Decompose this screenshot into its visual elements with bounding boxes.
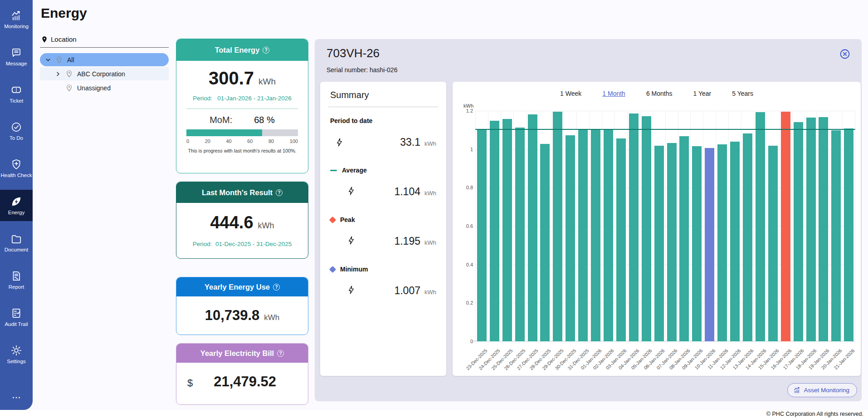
sidebar-item-label: Audit Trail bbox=[5, 321, 28, 327]
bar-24-Dec-2025[interactable] bbox=[490, 121, 499, 341]
tree-item-all[interactable]: All bbox=[40, 53, 169, 66]
help-icon[interactable]: ? bbox=[277, 350, 284, 357]
asset-monitoring-label: Asset Monitoring bbox=[804, 387, 849, 394]
last-month-period: Period: 01-Dec-2025 - 31-Dec-2025 bbox=[176, 241, 308, 247]
dash-marker-icon bbox=[330, 170, 337, 171]
mom-scale-tick: 40 bbox=[226, 138, 231, 144]
chevron-right-icon[interactable] bbox=[54, 70, 62, 78]
bar-09-Jan-2026[interactable] bbox=[692, 146, 702, 341]
sidebar-item-report[interactable]: Report bbox=[0, 264, 33, 296]
bar-slot bbox=[829, 111, 842, 341]
sidebar-item-label: To Do bbox=[10, 135, 23, 141]
summary-card: Summary Period to date 33.1 kWh Average1… bbox=[320, 82, 446, 376]
bar-19-Jan-2026[interactable] bbox=[819, 117, 828, 341]
range-tabs: 1 Week1 Month6 Months1 Year5 Years bbox=[453, 90, 861, 98]
sidebar-item-todo[interactable]: To Do bbox=[0, 115, 33, 147]
bar-slot bbox=[627, 111, 640, 341]
footer: © PHC Corporation All rights reserved. bbox=[0, 410, 868, 419]
bar-13-Jan-2026[interactable] bbox=[743, 133, 752, 341]
mom-footnote: This is progress with last month's resul… bbox=[176, 148, 308, 153]
metric-cards: Total Energy ? 300.7 kWh Period: 01-Jan-… bbox=[176, 39, 308, 413]
bolt-icon bbox=[346, 285, 356, 296]
bar-25-Dec-2025[interactable] bbox=[502, 119, 512, 341]
sidebar-item-document[interactable]: Document bbox=[0, 227, 33, 258]
location-pin-icon bbox=[65, 84, 73, 92]
bar-18-Jan-2026[interactable] bbox=[806, 118, 816, 341]
bar-31-Dec-2025[interactable] bbox=[578, 129, 588, 341]
summary-section-average: Average1.104kWh bbox=[330, 167, 436, 198]
tab-1-week[interactable]: 1 Week bbox=[560, 90, 581, 98]
sidebar-item-more[interactable] bbox=[0, 391, 33, 404]
tab-1-month[interactable]: 1 Month bbox=[602, 90, 625, 98]
bar-slot bbox=[766, 111, 779, 341]
bar-07-Jan-2026[interactable] bbox=[667, 143, 677, 341]
bar-11-Jan-2026[interactable] bbox=[717, 144, 727, 341]
bar-12-Jan-2026[interactable] bbox=[730, 142, 740, 341]
tree-item-label: ABC Corporation bbox=[77, 70, 125, 78]
bar-01-Jan-2026[interactable] bbox=[591, 129, 600, 341]
bar-05-Jan-2026[interactable] bbox=[642, 116, 651, 341]
location-divider bbox=[40, 47, 169, 48]
device-serial: Serial number: hashi-026 bbox=[327, 66, 397, 74]
bar-21-Jan-2026[interactable] bbox=[844, 128, 853, 341]
tab-5-years[interactable]: 5 Years bbox=[732, 90, 753, 98]
total-energy-value: 300.7 bbox=[209, 68, 254, 89]
location-pin-icon bbox=[41, 36, 48, 43]
tree-item-abc-corporation[interactable]: ABC Corporation bbox=[40, 67, 169, 80]
bar-23-Dec-2025[interactable] bbox=[477, 129, 487, 341]
help-icon[interactable]: ? bbox=[263, 47, 269, 54]
chevron-down-icon[interactable] bbox=[44, 56, 52, 64]
bar-02-Jan-2026[interactable] bbox=[604, 129, 613, 341]
bar-26-Dec-2025[interactable] bbox=[515, 128, 525, 341]
bar-29-Dec-2025[interactable] bbox=[553, 112, 562, 341]
bar-chart-plot: 1.210.80.60.40.20 bbox=[475, 111, 855, 341]
bar-14-Jan-2026[interactable] bbox=[756, 112, 765, 341]
sidebar-item-ticket[interactable]: Ticket bbox=[0, 78, 33, 110]
bar-03-Jan-2026[interactable] bbox=[616, 138, 626, 341]
total-energy-card: Total Energy ? 300.7 kWh Period: 01-Jan-… bbox=[176, 39, 308, 173]
close-icon[interactable] bbox=[839, 48, 851, 60]
bar-slot bbox=[690, 111, 703, 341]
bar-slot bbox=[741, 111, 754, 341]
bar-06-Jan-2026[interactable] bbox=[654, 146, 664, 341]
mom-progress-track bbox=[186, 129, 298, 136]
bolt-icon bbox=[346, 186, 356, 197]
help-icon[interactable]: ? bbox=[273, 284, 280, 291]
sidebar-item-settings[interactable]: Settings bbox=[0, 338, 33, 370]
summary-title: Summary bbox=[330, 90, 436, 100]
summary-stat-label: Peak bbox=[330, 216, 436, 223]
bar-slot bbox=[728, 111, 741, 341]
bar-04-Jan-2026[interactable] bbox=[629, 113, 639, 341]
bar-16-Jan-2026[interactable] bbox=[781, 112, 790, 341]
last-month-card: Last Month's Result ? 444.6 kWh Period: … bbox=[176, 182, 308, 259]
bar-17-Jan-2026[interactable] bbox=[794, 122, 803, 341]
mom-label: MoM: bbox=[210, 115, 232, 125]
y-axis-tick-label: 0.8 bbox=[455, 185, 473, 190]
asset-monitoring-button[interactable]: Asset Monitoring bbox=[787, 383, 857, 397]
tab-1-year[interactable]: 1 Year bbox=[693, 90, 711, 98]
mom-scale-tick: 60 bbox=[247, 138, 253, 144]
sidebar-item-monitoring[interactable]: Monitoring bbox=[0, 4, 33, 35]
bar-28-Dec-2025[interactable] bbox=[540, 144, 550, 341]
bar-10-Jan-2026[interactable] bbox=[705, 148, 714, 341]
tree-item-unassigned[interactable]: Unassigned bbox=[40, 81, 169, 94]
chart-bars bbox=[475, 111, 855, 341]
tree-item-label: Unassigned bbox=[77, 84, 111, 92]
period-to-date-unit: kWh bbox=[424, 140, 436, 147]
mom-progress-fill bbox=[186, 129, 262, 136]
bar-20-Jan-2026[interactable] bbox=[831, 130, 841, 341]
device-title: 703VH-26 bbox=[327, 46, 380, 60]
bar-30-Dec-2025[interactable] bbox=[566, 135, 575, 341]
sidebar-item-audit-trail[interactable]: Audit Trail bbox=[0, 301, 33, 333]
bar-15-Jan-2026[interactable] bbox=[768, 146, 778, 341]
bar-08-Jan-2026[interactable] bbox=[679, 136, 689, 341]
mom-scale-tick: 0 bbox=[186, 138, 189, 144]
stat-unit: kWh bbox=[424, 289, 436, 296]
bar-27-Dec-2025[interactable] bbox=[528, 114, 537, 341]
tab-6-months[interactable]: 6 Months bbox=[646, 90, 673, 98]
bar-slot bbox=[589, 111, 602, 341]
help-icon[interactable]: ? bbox=[276, 189, 283, 196]
sidebar-item-message[interactable]: Message bbox=[0, 41, 33, 73]
sidebar-item-energy[interactable]: Energy bbox=[0, 190, 33, 222]
sidebar-item-health-check[interactable]: Health Check bbox=[0, 153, 33, 184]
